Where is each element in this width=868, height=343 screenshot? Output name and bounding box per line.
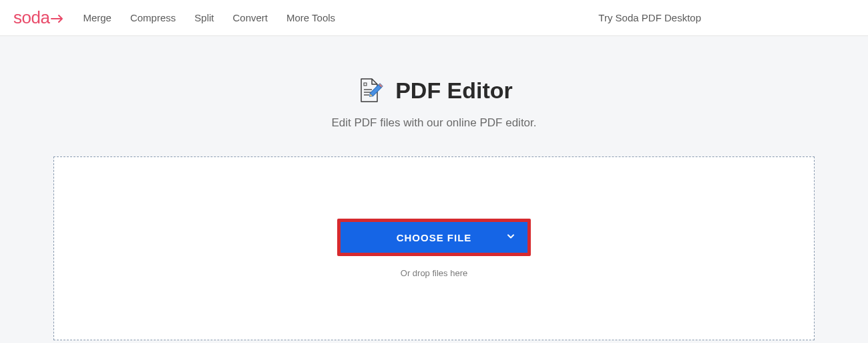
header-left: soda Merge Compress Split Convert More T… (13, 7, 335, 28)
nav-more-tools[interactable]: More Tools (286, 12, 335, 23)
main: PDF Editor Edit PDF files with our onlin… (0, 36, 868, 340)
nav-convert[interactable]: Convert (232, 12, 268, 23)
choose-file-label: CHOOSE FILE (397, 232, 472, 243)
nav-merge[interactable]: Merge (83, 12, 112, 23)
file-dropzone[interactable]: CHOOSE FILE Or drop files here (53, 156, 815, 340)
arrow-right-icon (51, 7, 64, 28)
chevron-down-icon (506, 232, 515, 243)
choose-file-button[interactable]: CHOOSE FILE (341, 222, 527, 253)
page-title: PDF Editor (395, 78, 513, 104)
drop-hint: Or drop files here (401, 268, 467, 278)
choose-file-highlight: CHOOSE FILE (337, 219, 531, 256)
logo-text: soda (13, 7, 49, 28)
title-row: PDF Editor (355, 76, 513, 104)
nav-compress[interactable]: Compress (130, 12, 176, 23)
svg-rect-0 (364, 83, 367, 86)
page-subtitle: Edit PDF files with our online PDF edito… (331, 116, 536, 130)
svg-rect-4 (370, 85, 381, 96)
nav: Merge Compress Split Convert More Tools (83, 12, 335, 23)
try-desktop-link[interactable]: Try Soda PDF Desktop (598, 12, 701, 23)
nav-split[interactable]: Split (194, 12, 214, 23)
header: soda Merge Compress Split Convert More T… (0, 0, 868, 36)
document-edit-icon (355, 76, 383, 104)
logo[interactable]: soda (13, 7, 64, 28)
